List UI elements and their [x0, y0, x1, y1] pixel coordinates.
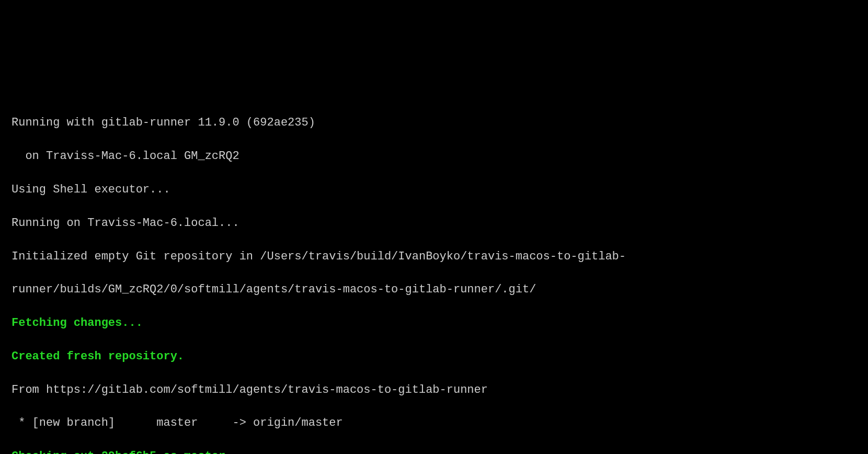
log-line: * [new branch] master -> origin/master: [12, 415, 868, 432]
log-line: Initialized empty Git repository in /Use…: [12, 248, 868, 265]
log-line: runner/builds/GM_zcRQ2/0/softmill/agents…: [12, 281, 868, 298]
log-line-status: Fetching changes...: [12, 315, 868, 332]
log-line: Running on Traviss-Mac-6.local...: [12, 215, 868, 232]
log-line-status: Created fresh repository.: [12, 348, 868, 365]
log-line: Using Shell executor...: [12, 181, 868, 198]
log-line: on Traviss-Mac-6.local GM_zcRQ2: [12, 148, 868, 165]
terminal-output: Running with gitlab-runner 11.9.0 (692ae…: [12, 98, 868, 454]
log-line-status: Checking out 29bcf6b5 as master...: [12, 448, 868, 454]
log-line: Running with gitlab-runner 11.9.0 (692ae…: [12, 115, 868, 131]
log-line: From https://gitlab.com/softmill/agents/…: [12, 382, 868, 399]
